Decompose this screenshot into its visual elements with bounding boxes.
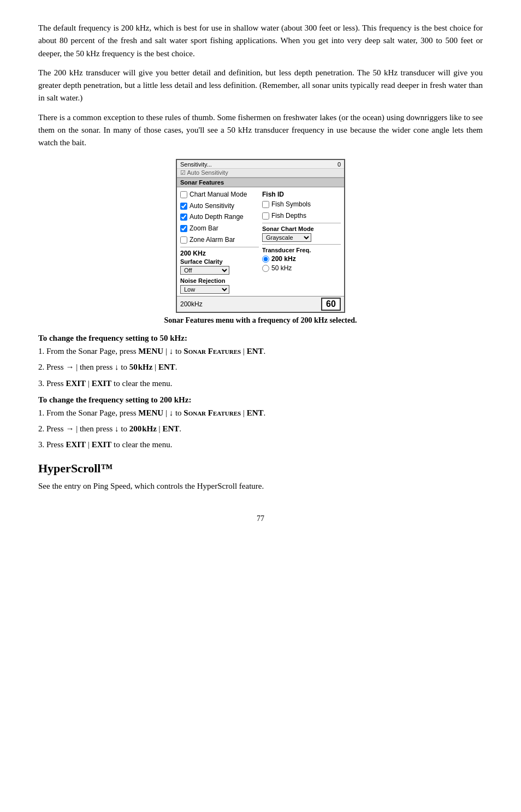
fish-symbols-item: Fish Symbols (262, 200, 341, 209)
bottom-freq-label: 200kHz (180, 300, 203, 308)
fish-id-label: Fish ID (262, 191, 341, 198)
freq-50-radio-item: 50 kHz (262, 264, 341, 272)
surface-clarity-label: Surface Clarity (180, 258, 259, 265)
divider-3 (262, 244, 341, 245)
zone-alarm-bar-checkbox[interactable] (180, 236, 187, 244)
menu-right-column: Fish ID Fish Symbols Fish Depths Sonar C… (262, 191, 341, 294)
divider-2 (262, 223, 341, 223)
fish-depths-checkbox[interactable] (262, 212, 269, 220)
chart-manual-mode-checkbox[interactable] (180, 191, 187, 198)
sensitivity-row: Sensitivity... 0 (177, 160, 344, 169)
hyperscroll-heading: HyperScroll™ (38, 461, 483, 476)
sonar-chart-mode-label: Sonar Chart Mode (262, 226, 341, 232)
section-200khz-item-1: 1. From the Sonar Page, press MENU | ↓ t… (38, 407, 483, 419)
bottom-value: 60 (321, 298, 341, 311)
zoom-bar-item: Zoom Bar (180, 224, 259, 233)
diagram-caption: Sonar Features menu with a frequency of … (38, 316, 483, 325)
menu-body: Chart Manual Mode Auto Sensitivity Auto … (177, 187, 344, 296)
zoom-bar-checkbox[interactable] (180, 225, 187, 232)
surface-clarity-select-container: Off Low Medium High (180, 266, 259, 275)
paragraph-3: There is a common exception to these rul… (38, 111, 483, 150)
section-50khz-item-1: 1. From the Sonar Page, press MENU | ↓ t… (38, 345, 483, 358)
sonar-chart-mode-select-container: Grayscale Color (262, 233, 341, 242)
transducer-freq-label: Transducer Freq. (262, 247, 341, 253)
sonar-chart-mode-select[interactable]: Grayscale Color (262, 233, 311, 242)
hyperscroll-text: See the entry on Ping Speed, which contr… (38, 480, 483, 493)
auto-depth-range-checkbox[interactable] (180, 214, 187, 221)
section-50khz-heading: To change the frequency setting to 50 kH… (38, 334, 483, 343)
page-number: 77 (38, 514, 483, 523)
noise-rejection-label: Noise Rejection (180, 277, 259, 284)
freq-50-radio-label: 50 kHz (271, 264, 292, 272)
paragraph-2: The 200 kHz transducer will give you bet… (38, 67, 483, 105)
diagram-container: Sensitivity... 0 ☑ Auto Sensitivity Sona… (38, 159, 483, 313)
fish-symbols-checkbox[interactable] (262, 201, 269, 208)
transducer-freq-group: 200 kHz 50 kHz (262, 255, 341, 272)
sonar-features-menu: Sensitivity... 0 ☑ Auto Sensitivity Sona… (176, 159, 345, 313)
noise-rejection-select-container: Low Medium High (180, 285, 259, 294)
freq-200-radio-label: 200 kHz (271, 255, 296, 263)
divider-1 (180, 247, 259, 247)
menu-bottom-bar: 200kHz 60 (177, 296, 344, 312)
section-200khz-item-2: 2. Press → | then press ↓ to 200 kHz | E… (38, 423, 483, 435)
section-50khz-item-3: 3. Press EXIT | EXIT to clear the menu. (38, 377, 483, 390)
sensitivity-label: Sensitivity... (180, 161, 212, 168)
surface-clarity-select[interactable]: Off Low Medium High (180, 266, 229, 275)
zone-alarm-bar-item: Zone Alarm Bar (180, 236, 259, 245)
section-200khz-item-3: 3. Press EXIT | EXIT to clear the menu. (38, 438, 483, 451)
fish-symbols-label: Fish Symbols (271, 200, 311, 209)
freq-50-radio[interactable] (262, 265, 269, 272)
auto-sensitivity-item: Auto Sensitivity (180, 202, 259, 211)
paragraph-1: The default frequency is 200 kHz, which … (38, 22, 483, 60)
freq-200-radio-item: 200 kHz (262, 255, 341, 263)
zoom-bar-label: Zoom Bar (190, 224, 218, 233)
zone-alarm-bar-label: Zone Alarm Bar (190, 236, 235, 245)
chart-manual-mode-item: Chart Manual Mode (180, 191, 259, 199)
auto-sensitivity-checkbox[interactable] (180, 203, 187, 210)
freq-200-radio[interactable] (262, 256, 269, 263)
noise-rejection-select[interactable]: Low Medium High (180, 285, 229, 294)
section-200khz-heading: To change the frequency setting to 200 k… (38, 395, 483, 405)
chart-manual-mode-label: Chart Manual Mode (190, 191, 247, 199)
slider-value: 0 (338, 161, 341, 168)
sonar-features-label: Sonar Features (177, 177, 344, 187)
fish-depths-label: Fish Depths (271, 212, 306, 221)
menu-left-column: Chart Manual Mode Auto Sensitivity Auto … (180, 191, 259, 294)
auto-sensitivity-label: ☑ Auto Sensitivity (180, 169, 228, 176)
auto-sensitivity-item-label: Auto Sensitivity (190, 202, 234, 211)
fish-depths-item: Fish Depths (262, 212, 341, 221)
auto-depth-range-label: Auto Depth Range (190, 213, 244, 222)
freq-200-label: 200 KHz (180, 250, 259, 257)
auto-sensitivity-row: ☑ Auto Sensitivity (177, 169, 344, 177)
auto-depth-range-item: Auto Depth Range (180, 213, 259, 222)
section-50khz-item-2: 2. Press → | then press ↓ to 50 kHz | EN… (38, 361, 483, 374)
